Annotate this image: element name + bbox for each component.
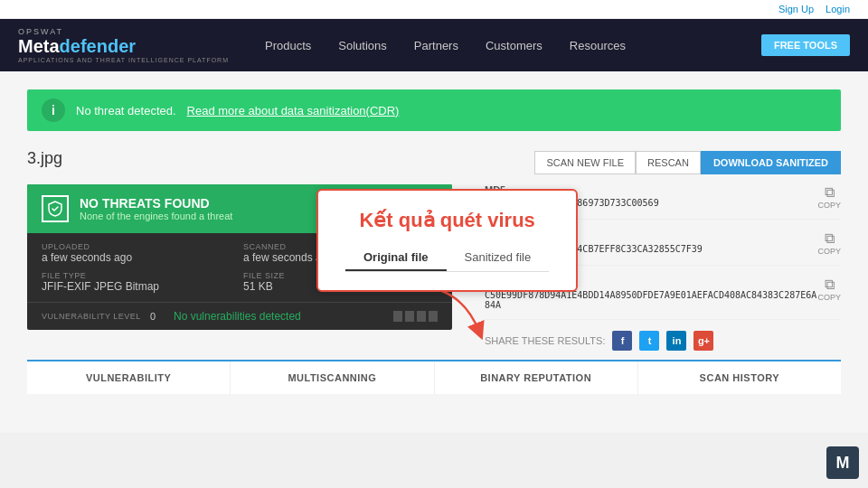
vuln-label: VULNERABILITY LEVEL — [42, 312, 141, 321]
nav-customers[interactable]: Customers — [486, 39, 542, 52]
signup-link[interactable]: Sign Up — [778, 4, 814, 14]
file-type-label: FILE TYPE — [42, 271, 236, 280]
download-sanitized-button[interactable]: DOWNLOAD SANITIZED — [701, 151, 841, 174]
alert-bar: i No threat detected. Read more about da… — [27, 89, 841, 131]
share-row: SHARE THESE RESULTS: f t in g+ — [485, 331, 841, 351]
m-badge: M — [826, 446, 859, 479]
logo-metadefender: Metadefender — [18, 36, 229, 57]
sha256-value: C50E99DF878D94A1E4BDD14A8950DFDE7A9E01AE… — [485, 290, 817, 310]
uploaded-label: UPLOADED — [42, 242, 236, 251]
bottom-tabs: VULNERABILITY MULTISCANNING BINARY REPUT… — [27, 360, 841, 394]
logo-subtitle: APPLICATIONS AND THREAT INTELLIGENCE PLA… — [18, 57, 229, 63]
md5-copy-button[interactable]: ⧉ COPY — [817, 184, 841, 210]
scan-status-text: NO THREATS FOUND None of the engines fou… — [80, 196, 232, 221]
alert-link[interactable]: Read more about data sanitization(CDR) — [187, 104, 400, 117]
scan-status-subtitle: None of the engines found a threat — [80, 211, 232, 221]
linkedin-share-button[interactable]: in — [666, 331, 686, 351]
copy-label-3: COPY — [817, 293, 841, 302]
login-link[interactable]: Login — [826, 4, 850, 14]
popup-tabs: Original file Sanitized file — [345, 245, 549, 272]
uploaded-detail: UPLOADED a few seconds ago — [42, 242, 236, 264]
file-size-value: 51 KB — [243, 280, 273, 293]
copy-label: COPY — [817, 201, 841, 210]
nav-solutions[interactable]: Solutions — [338, 39, 386, 52]
vuln-level: 0 — [150, 311, 156, 322]
shield-icon — [42, 195, 69, 222]
popup-title: Kết quả quét virus — [345, 209, 549, 232]
uploaded-value: a few seconds ago — [42, 251, 132, 264]
copy-icon-3: ⧉ — [825, 277, 835, 293]
sha1-copy-button[interactable]: ⧉ COPY — [817, 230, 841, 256]
file-header: 3.jpg SCAN NEW FILE RESCAN DOWNLOAD SANI… — [27, 149, 841, 175]
copy-label-2: COPY — [817, 247, 841, 256]
rescan-button[interactable]: RESCAN — [636, 151, 701, 174]
tab-sanitized-file[interactable]: Sanitized file — [447, 245, 550, 271]
tab-vulnerability[interactable]: VULNERABILITY — [27, 361, 231, 394]
main-content: i No threat detected. Read more about da… — [0, 71, 868, 433]
googleplus-share-button[interactable]: g+ — [693, 331, 713, 351]
nav-partners[interactable]: Partners — [414, 39, 458, 52]
scan-new-file-button[interactable]: SCAN NEW FILE — [534, 151, 636, 174]
facebook-share-button[interactable]: f — [612, 331, 632, 351]
copy-icon: ⧉ — [825, 184, 835, 201]
nav-resources[interactable]: Resources — [570, 39, 626, 52]
alert-icon: i — [42, 99, 65, 122]
tab-original-file[interactable]: Original file — [345, 245, 447, 271]
navbar: OPSWAT Metadefender APPLICATIONS AND THR… — [0, 19, 868, 71]
vuln-value: No vulnerabilities detected — [174, 310, 301, 323]
nav-products[interactable]: Products — [265, 39, 311, 52]
tab-binary-reputation[interactable]: BINARY REPUTATION — [435, 361, 638, 394]
logo: OPSWAT Metadefender APPLICATIONS AND THR… — [18, 27, 229, 63]
tab-scan-history[interactable]: SCAN HISTORY — [638, 361, 841, 394]
alert-message: No threat detected. — [76, 104, 176, 117]
file-name: 3.jpg — [27, 149, 62, 168]
copy-icon-2: ⧉ — [825, 230, 835, 247]
sha256-copy-button[interactable]: ⧉ COPY — [817, 277, 841, 302]
top-bar: Sign Up Login — [0, 0, 868, 19]
twitter-share-button[interactable]: t — [639, 331, 659, 351]
scan-status-title: NO THREATS FOUND — [80, 196, 232, 211]
logo-opswat: OPSWAT — [18, 27, 229, 36]
nav-links: Products Solutions Partners Customers Re… — [265, 39, 761, 52]
file-type-detail: FILE TYPE JFIF-EXIF JPEG Bitmap — [42, 271, 236, 293]
scan-result-popup: Kết quả quét virus Original file Sanitiz… — [316, 189, 578, 292]
vulnerability-row: VULNERABILITY LEVEL 0 No vulnerabilities… — [27, 302, 452, 330]
tab-multiscanning[interactable]: MULTISCANNING — [231, 361, 434, 394]
file-type-value: JFIF-EXIF JPEG Bitmap — [42, 280, 159, 293]
vuln-bar-1 — [393, 311, 402, 322]
free-tools-button[interactable]: FREE TOOLS — [761, 34, 850, 56]
